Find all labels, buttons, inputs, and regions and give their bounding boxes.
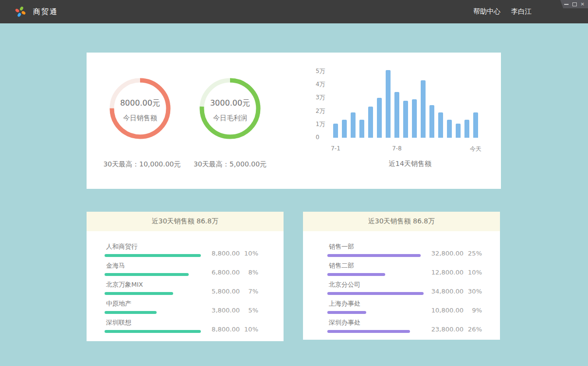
rank-row-percent: 9%: [463, 307, 482, 314]
y-tick-label: 0: [316, 133, 325, 141]
rank-row-bar: [105, 273, 189, 276]
sales-bar: [456, 124, 461, 138]
rank-row-percent: 8%: [240, 269, 258, 276]
rank-row-values: 34,800.0030%: [426, 288, 482, 295]
rank-row-amount: 23,800.00: [426, 326, 463, 333]
close-icon[interactable]: ✕: [581, 2, 585, 7]
rank-row-label: 中原地产: [106, 300, 202, 308]
sales-bar: [464, 120, 469, 138]
department-rank-title: 近30天销售额 86.8万: [303, 212, 500, 231]
app-title: 商贸通: [33, 7, 58, 17]
rank-row-bar: [327, 311, 366, 314]
rank-row-amount: 12,800.00: [426, 269, 463, 276]
rank-row-values: 8,800.0010%: [202, 250, 258, 257]
rank-row-bar: [327, 292, 424, 295]
department-rank-card: 近30天销售额 86.8万 销售一部32,800.0025%销售二部12,800…: [303, 212, 500, 340]
rank-row-bar: [105, 311, 157, 314]
sales-bars: [333, 65, 478, 138]
overview-card: 8000.00元 今日销售额 30天最高：10,000.00元 3000.00元…: [87, 53, 501, 189]
rank-row-values: 3,800.005%: [202, 307, 258, 314]
rank-row: 中原地产3,800.005%: [87, 295, 284, 314]
today-sales-label: 今日销售额: [123, 114, 157, 123]
rank-row-bar: [327, 273, 385, 276]
rank-row-amount: 34,800.00: [426, 288, 463, 295]
rank-row-values: 8,800.0010%: [202, 326, 258, 333]
rank-row-values: 12,800.0010%: [426, 269, 482, 276]
rank-row-values: 23,800.0026%: [426, 326, 482, 333]
rank-row-percent: 10%: [463, 269, 482, 276]
rank-row-bar: [327, 254, 421, 257]
rank-row-amount: 8,800.00: [202, 250, 240, 257]
app-logo-pinwheel-icon: [14, 5, 27, 18]
customer-rank-list: 人和商贸行8,800.0010%金海马6,800.008%北京万象MIX5,80…: [87, 231, 284, 333]
x-tick-label: 7-8: [392, 145, 402, 152]
maximize-icon[interactable]: [572, 2, 577, 6]
rank-row: 北京分公司34,800.0030%: [303, 276, 500, 295]
help-center-link[interactable]: 帮助中心: [473, 7, 500, 16]
sales-bar: [359, 120, 364, 138]
rank-row-percent: 7%: [240, 288, 258, 295]
rank-row: 北京万象MIX5,800.007%: [87, 276, 284, 295]
rank-row-percent: 10%: [240, 250, 258, 257]
rank-row-label: 深圳联想: [106, 319, 202, 327]
sales-bar: [473, 112, 478, 138]
rank-row-percent: 30%: [463, 288, 482, 295]
rank-row: 深圳办事处23,800.0026%: [303, 314, 500, 333]
rank-row-label: 销售二部: [329, 262, 426, 270]
titlebar: 商贸通 帮助中心 李白江 ✕: [0, 0, 588, 23]
rank-row: 销售一部32,800.0025%: [303, 238, 500, 257]
rank-row-label: 北京分公司: [329, 281, 426, 289]
customer-rank-card: 近30天销售额 86.8万 人和商贸行8,800.0010%金海马6,800.0…: [87, 212, 284, 341]
sales-bar: [429, 105, 434, 138]
rank-row: 上海办事处10,800.009%: [303, 295, 500, 314]
rank-row-amount: 5,800.00: [202, 288, 240, 295]
rank-row-percent: 5%: [240, 307, 258, 314]
sales-bar: [447, 120, 452, 138]
rank-row-amount: 3,800.00: [202, 307, 240, 314]
rank-row-percent: 25%: [463, 250, 482, 257]
sales-bar: [351, 112, 356, 138]
rank-row-label: 深圳办事处: [329, 319, 426, 327]
user-menu[interactable]: 李白江: [511, 7, 532, 16]
rank-row: 销售二部12,800.0010%: [303, 257, 500, 276]
sales-bar: [412, 99, 417, 138]
rank-row-amount: 10,800.00: [426, 307, 463, 314]
customer-rank-title: 近30天销售额 86.8万: [87, 212, 284, 231]
sales-bar: [333, 124, 338, 138]
window-controls: ✕: [560, 0, 588, 8]
x-tick-label: 7-1: [331, 145, 340, 152]
rank-row-values: 6,800.008%: [202, 269, 258, 276]
rank-row: 深圳联想8,800.0010%: [87, 314, 284, 333]
rank-row: 人和商贸行8,800.0010%: [87, 238, 284, 257]
today-sales-gauge: 8000.00元 今日销售额: [109, 78, 171, 139]
rank-row-label: 金海马: [106, 262, 202, 270]
sales-bar: [342, 120, 347, 138]
rank-row-bar: [105, 292, 173, 295]
rank-row-bar: [105, 254, 201, 257]
sales-bar: [403, 101, 408, 138]
rank-row-label: 人和商贸行: [106, 243, 202, 251]
y-tick-label: 5万: [316, 67, 325, 75]
sales-bar: [368, 107, 373, 138]
sales-bar: [421, 80, 426, 138]
minimize-icon[interactable]: [564, 4, 569, 5]
rank-row-bar: [327, 330, 410, 333]
y-tick-label: 4万: [316, 80, 325, 88]
rank-row-values: 10,800.009%: [426, 307, 482, 314]
rank-row-label: 销售一部: [329, 243, 426, 251]
rank-row-label: 上海办事处: [329, 300, 426, 308]
rank-row-values: 32,800.0025%: [426, 250, 482, 257]
rank-row-values: 5,800.007%: [202, 288, 258, 295]
y-axis: 5万4万3万2万1万0: [316, 67, 325, 141]
rank-row-bar: [105, 330, 201, 333]
rank-row-percent: 10%: [240, 326, 258, 333]
bar-chart-title: 近14天销售额: [333, 160, 487, 168]
y-tick-label: 3万: [316, 93, 325, 101]
y-tick-label: 1万: [316, 120, 325, 128]
today-profit-gauge: 3000.00元 今日毛利润: [199, 78, 261, 139]
today-profit-label: 今日毛利润: [213, 114, 247, 123]
sales-bar: [394, 92, 399, 138]
rank-row: 金海马6,800.008%: [87, 257, 284, 276]
sales-bar: [377, 98, 382, 138]
y-tick-label: 2万: [316, 107, 325, 115]
